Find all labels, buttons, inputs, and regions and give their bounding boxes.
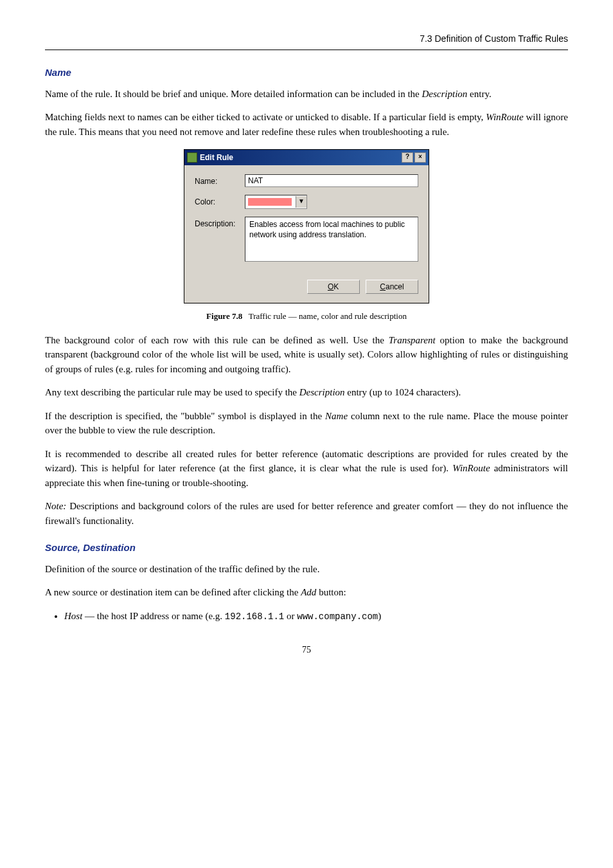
text: entry. — [467, 89, 491, 99]
bullet-list: Host — the host IP address or name (e.g.… — [64, 609, 568, 624]
text: Matching fields next to names can be eit… — [45, 112, 486, 122]
description-label: Description: — [195, 217, 245, 262]
text: — the host IP address or name (e.g. — [82, 611, 224, 621]
text: button: — [316, 587, 346, 597]
dialog-button-row: OK Cancel — [184, 276, 429, 303]
text-italic: Add — [301, 587, 316, 597]
paragraph: It is recommended to describe all create… — [45, 447, 568, 491]
close-button[interactable]: × — [414, 152, 426, 163]
text: If the description is specified, the "bu… — [45, 411, 325, 421]
text: Descriptions and background colors of th… — [45, 501, 568, 526]
text-italic: Name — [325, 411, 348, 421]
text-italic: Host — [64, 611, 82, 621]
paragraph: The background color of each row with th… — [45, 333, 568, 377]
list-item: Host — the host IP address or name (e.g.… — [64, 609, 568, 624]
paragraph: Definition of the source or destination … — [45, 562, 568, 577]
color-dropdown[interactable]: ▼ — [245, 195, 307, 209]
page-header: 7.3 Definition of Custom Traffic Rules — [45, 32, 568, 50]
page-number: 75 — [45, 643, 568, 656]
figure-label: Figure 7.8 — [206, 311, 242, 321]
edit-rule-dialog: Edit Rule ? × Name: Color: ▼ — [184, 149, 429, 303]
cancel-button[interactable]: Cancel — [366, 280, 418, 294]
text-italic: Description — [299, 387, 345, 397]
chevron-down-icon: ▼ — [296, 196, 306, 208]
note-label: Note: — [45, 501, 66, 511]
text: Name of the rule. It should be brief and… — [45, 89, 422, 99]
text: Any text describing the particular rule … — [45, 387, 299, 397]
paragraph: Any text describing the particular rule … — [45, 385, 568, 400]
description-textarea[interactable]: Enables access from local machines to pu… — [245, 217, 418, 262]
text-italic: Description — [422, 89, 467, 99]
text: entry (up to 1024 characters). — [345, 387, 461, 397]
color-swatch — [248, 198, 292, 206]
text-mono: www.company.com — [297, 611, 378, 622]
paragraph: Matching fields next to names can be eit… — [45, 110, 568, 139]
text-italic: Transparent — [389, 335, 436, 345]
text-italic: WinRoute — [486, 112, 523, 122]
text-mono: 192.168.1.1 — [225, 611, 284, 622]
dialog-body: Name: Color: ▼ Description: Enables acce… — [184, 165, 429, 276]
text: A new source or destination item can be … — [45, 587, 301, 597]
ok-button[interactable]: OK — [307, 280, 360, 294]
dialog-titlebar: Edit Rule ? × — [184, 150, 429, 165]
paragraph: If the description is specified, the "bu… — [45, 409, 568, 438]
ok-label: K — [333, 282, 339, 291]
help-button[interactable]: ? — [402, 152, 413, 163]
section-heading-name: Name — [45, 66, 568, 80]
text: or — [284, 611, 297, 621]
figure-caption-text: Traffic rule — name, color and rule desc… — [249, 311, 407, 321]
cancel-label: ancel — [386, 282, 404, 291]
dialog-title: Edit Rule — [200, 152, 400, 163]
paragraph: A new source or destination item can be … — [45, 585, 568, 600]
name-label: Name: — [195, 174, 245, 187]
name-input[interactable] — [245, 174, 418, 187]
color-label: Color: — [195, 195, 245, 209]
text: The background color of each row with th… — [45, 335, 389, 345]
figure-container: Edit Rule ? × Name: Color: ▼ — [45, 149, 568, 323]
paragraph: Note: Descriptions and background colors… — [45, 499, 568, 528]
paragraph: Name of the rule. It should be brief and… — [45, 87, 568, 102]
dialog-icon — [187, 152, 197, 163]
text-italic: WinRoute — [452, 463, 490, 473]
section-heading-source-destination: Source, Destination — [45, 541, 568, 556]
figure-caption: Figure 7.8 Traffic rule — name, color an… — [45, 310, 568, 323]
text: ) — [378, 611, 381, 621]
